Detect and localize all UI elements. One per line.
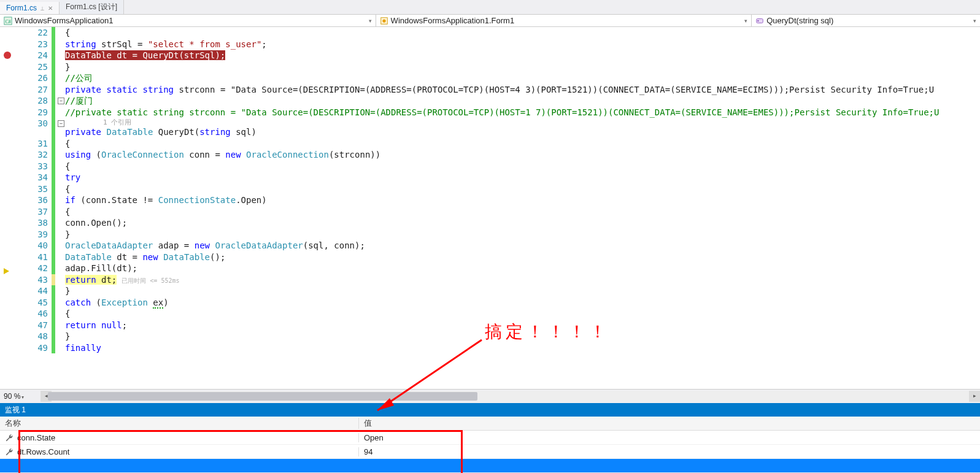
watch-panel: 监视 1 名称 值 conn.StateOpendt.Rows.Count94 xyxy=(0,403,980,473)
watch-name-cell[interactable]: conn.State xyxy=(0,433,359,442)
line-number: 39 xyxy=(16,229,48,240)
code-line[interactable]: } xyxy=(65,229,980,240)
code-line[interactable]: finally xyxy=(65,342,980,354)
tab-form1-designer[interactable]: Form1.cs [设计] xyxy=(60,0,124,14)
code-line[interactable]: { xyxy=(65,27,980,39)
outlining-margin[interactable]: −− xyxy=(56,27,65,389)
watch-grid: 名称 值 conn.StateOpendt.Rows.Count94 xyxy=(0,417,980,473)
nav-type-dropdown[interactable]: WindowsFormsApplication1.Form1 ▾ xyxy=(376,15,752,26)
zoom-value: 90 % xyxy=(4,392,20,401)
code-line[interactable]: } xyxy=(65,61,980,73)
chevron-down-icon: ▾ xyxy=(973,18,976,24)
line-number: 37 xyxy=(16,206,48,218)
code-line[interactable]: OracleDataAdapter adap = new OracleDataA… xyxy=(65,240,980,252)
glyph-margin[interactable] xyxy=(0,27,16,389)
code-line[interactable]: if (conn.State != ConnectionState.Open) xyxy=(65,194,980,206)
line-number: 42 xyxy=(16,263,48,274)
watch-row-empty[interactable] xyxy=(0,459,980,473)
watch-row[interactable]: conn.StateOpen xyxy=(0,431,980,445)
scrollbar-thumb[interactable] xyxy=(48,392,477,401)
code-line[interactable]: { xyxy=(65,183,980,195)
line-number: 48 xyxy=(16,331,48,342)
code-line[interactable]: //private static string strconn = "Data … xyxy=(65,107,980,118)
code-line[interactable]: { xyxy=(65,138,980,150)
nav-member-dropdown[interactable]: QueryDt(string sql) ▾ xyxy=(752,15,980,26)
line-number: 35 xyxy=(16,183,48,195)
svg-text:C#: C# xyxy=(6,18,11,24)
watch-header-value[interactable]: 值 xyxy=(359,418,980,429)
code-line[interactable]: return dt;已用时间 <= 552ms xyxy=(65,274,980,286)
tab-form1-cs[interactable]: Form1.cs ⟂ ✕ xyxy=(0,2,60,14)
code-line[interactable]: //公司 xyxy=(65,72,980,84)
watch-value-cell[interactable]: 94 xyxy=(359,447,980,456)
code-line[interactable]: { xyxy=(65,161,980,172)
nav-member-label: QueryDt(string sql) xyxy=(766,16,971,25)
watch-panel-title[interactable]: 监视 1 xyxy=(0,404,980,417)
code-line[interactable]: DataTable dt = QueryDt(strSql); xyxy=(65,50,980,61)
line-number: 24 xyxy=(16,50,48,61)
annotation-text: 搞定！！！！ xyxy=(485,320,610,344)
code-line[interactable]: } xyxy=(65,285,980,297)
line-number: 23 xyxy=(16,39,48,50)
line-number: 34 xyxy=(16,172,48,183)
close-icon[interactable]: ✕ xyxy=(48,5,53,12)
breakpoint-icon[interactable] xyxy=(4,52,11,59)
line-number: 31 xyxy=(16,138,48,150)
class-icon xyxy=(380,17,388,25)
scroll-right-button[interactable]: ▸ xyxy=(969,391,980,402)
line-number: 30 xyxy=(16,118,48,129)
method-icon xyxy=(755,17,764,25)
line-number: 25 xyxy=(16,61,48,73)
line-number: 41 xyxy=(16,252,48,263)
tab-label: Form1.cs xyxy=(6,4,37,12)
pin-icon[interactable]: ⟂ xyxy=(41,5,44,12)
line-number: 33 xyxy=(16,161,48,172)
nav-type-label: WindowsFormsApplication1.Form1 xyxy=(391,16,743,25)
code-line[interactable]: { xyxy=(65,308,980,320)
outline-toggle[interactable]: − xyxy=(58,120,64,127)
wrench-icon xyxy=(5,433,14,442)
line-number: 46 xyxy=(16,308,48,320)
code-line[interactable]: { xyxy=(65,206,980,218)
editor-bottom-bar: 90 %▾ ◂ ▸ xyxy=(0,389,980,403)
watch-row[interactable]: dt.Rows.Count94 xyxy=(0,445,980,459)
change-margin xyxy=(52,27,56,389)
watch-header-name[interactable]: 名称 xyxy=(0,418,359,429)
chevron-down-icon: ▾ xyxy=(21,394,24,400)
line-number: 44 xyxy=(16,285,48,297)
line-number: 45 xyxy=(16,297,48,309)
execution-pointer-icon xyxy=(4,268,9,274)
code-line[interactable]: using (OracleConnection conn = new Oracl… xyxy=(65,149,980,161)
chevron-down-icon: ▾ xyxy=(369,18,372,24)
document-tabstrip: Form1.cs ⟂ ✕ Form1.cs [设计] xyxy=(0,0,980,15)
wrench-icon xyxy=(5,447,14,456)
line-number-margin: 2223242526272829303132333435363738394041… xyxy=(16,27,52,389)
line-number: 49 xyxy=(16,342,48,354)
code-line[interactable]: DataTable dt = new DataTable(); xyxy=(65,252,980,263)
svg-point-5 xyxy=(757,20,759,21)
code-line[interactable]: private DataTable QueryDt(string sql) xyxy=(65,126,980,138)
line-number: 26 xyxy=(16,72,48,84)
code-line[interactable]: adap.Fill(dt); xyxy=(65,263,980,274)
line-number: 27 xyxy=(16,84,48,96)
codelens-references[interactable]: 1 个引用 xyxy=(103,118,131,126)
line-number: 36 xyxy=(16,194,48,206)
code-line[interactable]: try xyxy=(65,172,980,183)
code-line[interactable]: private static string strconn = "Data So… xyxy=(65,84,980,96)
watch-name-cell[interactable]: dt.Rows.Count xyxy=(0,447,359,456)
perf-tip[interactable]: 已用时间 <= 552ms xyxy=(122,277,179,284)
horizontal-scrollbar[interactable]: ◂ ▸ xyxy=(41,391,980,402)
watch-value-cell[interactable]: Open xyxy=(359,433,980,442)
line-number: 40 xyxy=(16,240,48,252)
code-line[interactable]: conn.Open(); xyxy=(65,217,980,229)
outline-toggle[interactable]: − xyxy=(58,98,64,104)
csharp-file-icon: C# xyxy=(4,17,12,25)
nav-project-dropdown[interactable]: C# WindowsFormsApplication1 ▾ xyxy=(0,15,376,26)
code-line[interactable]: string strSql = "select * from s_user"; xyxy=(65,39,980,50)
chevron-down-icon: ▾ xyxy=(744,18,747,24)
zoom-dropdown[interactable]: 90 %▾ xyxy=(0,392,41,401)
code-line[interactable]: //厦门 xyxy=(65,95,980,107)
tab-label: Form1.cs [设计] xyxy=(66,2,117,12)
watch-header-row: 名称 值 xyxy=(0,417,980,431)
code-line[interactable]: catch (Exception ex) xyxy=(65,297,980,309)
